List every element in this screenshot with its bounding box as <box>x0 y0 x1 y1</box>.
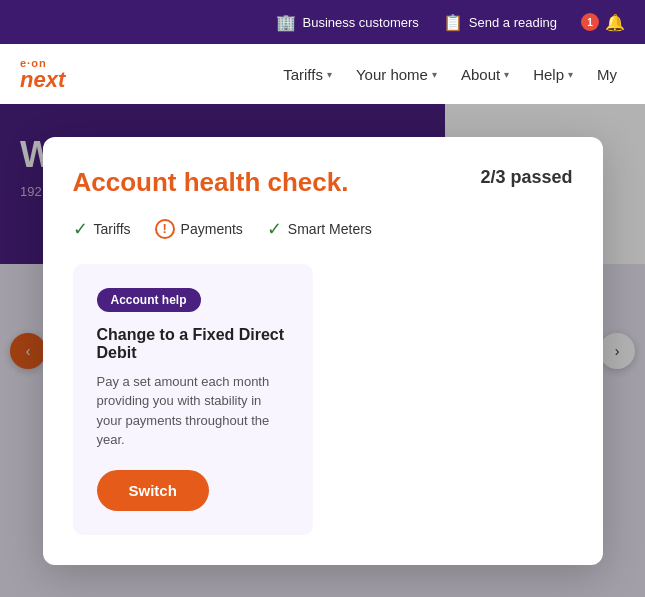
nav-tariffs[interactable]: Tariffs ▾ <box>275 60 340 89</box>
check-payments-label: Payments <box>181 221 243 237</box>
send-reading-label: Send a reading <box>469 15 557 30</box>
logo-next: next <box>20 69 65 91</box>
modal-header: Account health check. 2/3 passed <box>73 167 573 198</box>
check-warning-icon: ! <box>155 219 175 239</box>
check-tariffs: ✓ Tariffs <box>73 218 131 240</box>
background-content: Wo 192 G t paym payme ment is s after is… <box>0 104 645 597</box>
nav-tariffs-label: Tariffs <box>283 66 323 83</box>
chevron-down-icon: ▾ <box>327 69 332 80</box>
nav-your-home-label: Your home <box>356 66 428 83</box>
check-pass-icon: ✓ <box>267 218 282 240</box>
nav-my[interactable]: My <box>589 60 625 89</box>
notification-item[interactable]: 1 🔔 <box>581 12 625 32</box>
check-payments: ! Payments <box>155 219 243 239</box>
business-icon: 🏢 <box>276 12 296 32</box>
help-badge: Account help <box>97 288 201 312</box>
reading-icon: 📋 <box>443 12 463 32</box>
nav-help[interactable]: Help ▾ <box>525 60 581 89</box>
modal-score: 2/3 passed <box>480 167 572 188</box>
modal-checks: ✓ Tariffs ! Payments ✓ Smart Meters <box>73 218 573 240</box>
help-card-title: Change to a Fixed Direct Debit <box>97 326 289 362</box>
nav-bar: e·on next Tariffs ▾ Your home ▾ About ▾ … <box>0 44 645 104</box>
logo[interactable]: e·on next <box>20 58 65 91</box>
nav-help-label: Help <box>533 66 564 83</box>
modal-title: Account health check. <box>73 167 349 198</box>
nav-items: Tariffs ▾ Your home ▾ About ▾ Help ▾ My <box>275 60 625 89</box>
top-bar: 🏢 Business customers 📋 Send a reading 1 … <box>0 0 645 44</box>
check-smart-meters-label: Smart Meters <box>288 221 372 237</box>
business-customers-label: Business customers <box>302 15 418 30</box>
nav-your-home[interactable]: Your home ▾ <box>348 60 445 89</box>
modal-overlay: Account health check. 2/3 passed ✓ Tarif… <box>0 104 645 597</box>
chevron-down-icon: ▾ <box>568 69 573 80</box>
switch-button[interactable]: Switch <box>97 470 209 511</box>
notification-icon: 🔔 <box>605 12 625 32</box>
business-customers-link[interactable]: 🏢 Business customers <box>276 12 418 32</box>
chevron-down-icon: ▾ <box>504 69 509 80</box>
send-reading-link[interactable]: 📋 Send a reading <box>443 12 557 32</box>
help-card: Account help Change to a Fixed Direct De… <box>73 264 313 535</box>
nav-my-label: My <box>597 66 617 83</box>
help-card-desc: Pay a set amount each month providing yo… <box>97 372 289 450</box>
notification-badge: 1 <box>581 13 599 31</box>
check-pass-icon: ✓ <box>73 218 88 240</box>
check-tariffs-label: Tariffs <box>94 221 131 237</box>
nav-about-label: About <box>461 66 500 83</box>
health-check-modal: Account health check. 2/3 passed ✓ Tarif… <box>43 137 603 565</box>
chevron-down-icon: ▾ <box>432 69 437 80</box>
check-smart-meters: ✓ Smart Meters <box>267 218 372 240</box>
nav-about[interactable]: About ▾ <box>453 60 517 89</box>
